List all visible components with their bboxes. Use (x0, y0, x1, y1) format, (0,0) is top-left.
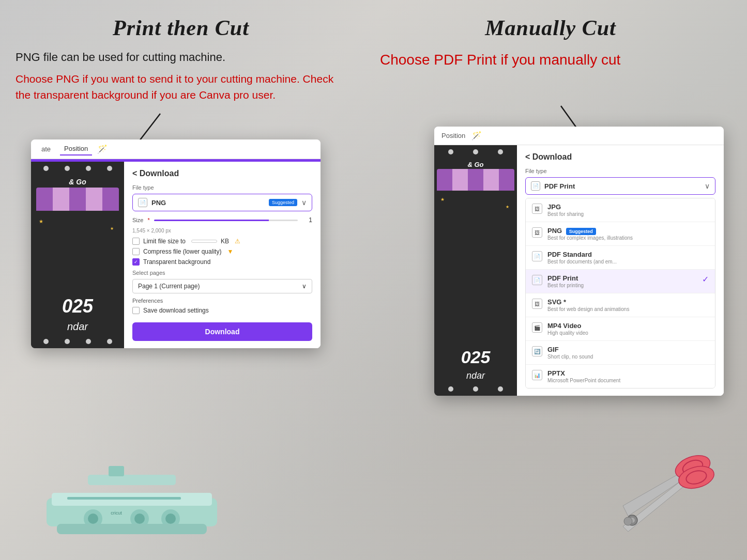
jpg-text: JPG Best for sharing (547, 203, 709, 217)
size-row: Size * 1 (132, 216, 312, 224)
mp4-desc: High quality video (547, 330, 709, 336)
preferences-section: Preferences Save download settings (132, 298, 312, 314)
pdf-print-desc: Best for printing (547, 283, 697, 288)
right-section: Manually Cut Choose PDF Print if you man… (375, 15, 726, 80)
png-desc: Best for complex images, illustrations (547, 235, 709, 241)
dropdown-item-mp4[interactable]: 🎬 MP4 Video High quality video (526, 317, 715, 341)
mp4-icon: 🎬 (532, 322, 542, 333)
cutting-machine: cricut (36, 457, 227, 539)
dimension-text: 1,545 × 2,000 px (132, 228, 312, 234)
dropdown-item-gif[interactable]: 🔄 GIF Short clip, no sound (526, 341, 715, 365)
save-settings-row: Save download settings (132, 307, 312, 314)
left-title: Print then Cut (16, 15, 346, 40)
suggested-badge: Suggested (269, 199, 297, 206)
compress-row: Compress file (lower quality) ▼ (132, 248, 312, 255)
pdf-print-label: PDF Print (544, 182, 700, 190)
select-pages-label: Select pages (132, 270, 312, 276)
pptx-desc: Microsoft PowerPoint document (547, 378, 709, 383)
canva-top-bar-right: Position 🪄 (434, 127, 724, 145)
svg-text:cricut: cricut (111, 510, 122, 516)
page-selector[interactable]: Page 1 (Current page) ∨ (132, 279, 312, 293)
canva-content-right: & Go 025 ndar ★ (434, 145, 724, 396)
png-name: PNG Suggested (547, 227, 709, 235)
dropdown-item-svg[interactable]: 🖼 SVG * Best for web design and animatio… (526, 293, 715, 317)
chevron-down-icon-right: ∨ (705, 182, 710, 190)
left-section: Print then Cut PNG file can be used for … (16, 15, 346, 114)
svg-icon: 🖼 (532, 299, 542, 309)
file-format-label: PNG (151, 199, 263, 207)
pdf-standard-text: PDF Standard Best for documents (and em.… (547, 251, 709, 265)
dropdown-item-jpg[interactable]: 🖼 JPG Best for sharing (526, 198, 715, 222)
pdf-print-check-icon: ✓ (702, 274, 709, 284)
compress-checkbox[interactable] (132, 248, 140, 255)
dropdown-item-pptx[interactable]: 📊 PPTX Microsoft PowerPoint document (526, 365, 715, 388)
size-label: Size (132, 217, 143, 223)
transparent-bg-row: ✓ Transparent background (132, 258, 312, 266)
mp4-text: MP4 Video High quality video (547, 322, 709, 336)
format-dropdown-menu: 🖼 JPG Best for sharing 🖼 PNG Suggested (525, 198, 715, 388)
dropdown-item-pdf-standard[interactable]: 📄 PDF Standard Best for documents (and e… (526, 246, 715, 270)
gif-desc: Short clip, no sound (547, 354, 709, 360)
save-settings-label: Save download settings (143, 307, 209, 314)
kb-input[interactable] (191, 240, 217, 243)
limit-filesize-checkbox[interactable] (132, 238, 140, 245)
download-button-left[interactable]: Download (132, 322, 312, 341)
size-value: 1 (302, 216, 312, 224)
pdf-print-text: PDF Print Best for printing (547, 274, 697, 288)
tab-animate: ate (37, 143, 55, 155)
file-type-selector[interactable]: 📄 PNG Suggested ∨ (132, 194, 312, 211)
select-pages-section: Select pages Page 1 (Current page) ∨ (132, 270, 312, 293)
svg-rect-11 (88, 475, 176, 485)
svg-rect-12 (109, 466, 124, 476)
svg-point-10 (165, 514, 176, 524)
limit-filesize-label: Limit file size to (143, 238, 186, 245)
canva-preview-left: & Go 025 ndar (31, 162, 124, 348)
kb-label: KB (221, 238, 229, 245)
file-type-icon: 📄 (138, 198, 147, 207)
svg-desc: Best for web design and animations (547, 306, 709, 312)
right-title: Manually Cut (375, 15, 726, 40)
pdf-print-selector[interactable]: 📄 PDF Print ∨ (525, 177, 715, 195)
download-panel-left: < Download File type 📄 PNG Suggested ∨ S… (124, 162, 321, 348)
download-panel-title-right: < Download (525, 152, 715, 162)
tab-position[interactable]: Position (60, 143, 92, 155)
magic-icon: 🪄 (97, 144, 108, 154)
magic-icon-right: 🪄 (471, 131, 482, 141)
warning-icon: ⚠ (235, 238, 240, 245)
download-panel-title: < Download (132, 169, 312, 178)
red-instruction-text: Choose PNG if you want to send it to you… (16, 71, 346, 103)
page-wrapper: Print then Cut PNG file can be used for … (0, 0, 747, 560)
jpg-icon: 🖼 (532, 204, 542, 214)
pdf-standard-desc: Best for documents (and em... (547, 259, 709, 265)
red-instruction-text-right: Choose PDF Print if you manually cut (375, 50, 726, 70)
compress-warning-icon: ▼ (227, 248, 233, 255)
canva-content-left: & Go 025 ndar (31, 162, 321, 348)
page-chevron-icon: ∨ (302, 283, 307, 290)
transparent-bg-label: Transparent background (143, 258, 210, 266)
png-text: PNG Suggested Best for complex images, i… (547, 227, 709, 241)
dropdown-item-png[interactable]: 🖼 PNG Suggested Best for complex images,… (526, 222, 715, 246)
canva-screenshot-right: Position 🪄 & Go (434, 127, 724, 396)
canva-screenshot-left: ate Position 🪄 & Go (31, 139, 321, 348)
svg-text: SVG * Best for web design and animations (547, 298, 709, 312)
dropdown-item-pdf-print[interactable]: 📄 PDF Print Best for printing ✓ (526, 270, 715, 293)
scissors (602, 439, 721, 542)
svg-rect-14 (57, 524, 207, 534)
file-type-label: File type (132, 184, 312, 191)
jpg-desc: Best for sharing (547, 211, 709, 217)
scissors-svg (602, 439, 721, 542)
pptx-icon: 📊 (532, 370, 542, 380)
svg-name: SVG * (547, 298, 709, 306)
size-asterisk: * (147, 217, 149, 223)
compress-label: Compress file (lower quality) (143, 248, 221, 255)
chevron-down-icon: ∨ (301, 198, 307, 207)
cutting-machine-svg: cricut (36, 457, 227, 539)
jpg-name: JPG (547, 203, 709, 211)
size-slider[interactable] (154, 220, 298, 221)
pdf-standard-icon: 📄 (532, 251, 542, 261)
png-suggested-badge: Suggested (566, 228, 596, 235)
transparent-bg-checkbox[interactable]: ✓ (132, 258, 140, 266)
file-type-label-right: File type (525, 168, 715, 174)
download-panel-right: < Download File type 📄 PDF Print ∨ 🖼 JPG (517, 145, 724, 396)
save-settings-checkbox[interactable] (132, 307, 140, 314)
